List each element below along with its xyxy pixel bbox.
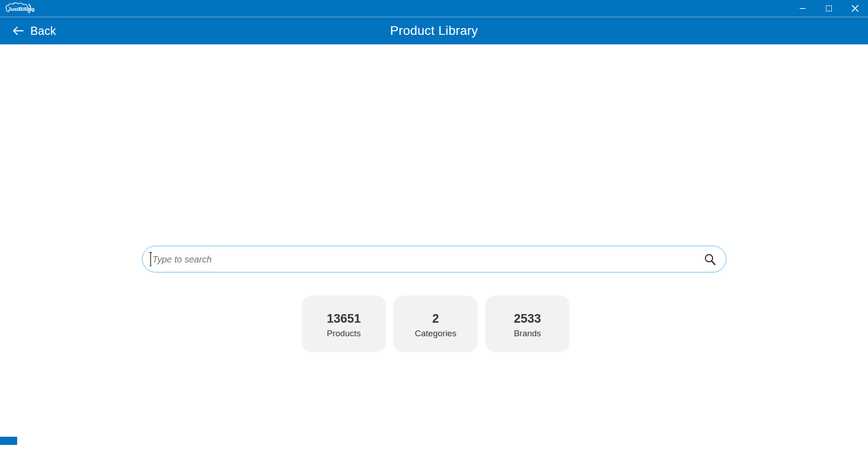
titlebar: JustBilling bbox=[0, 0, 868, 17]
justbilling-logo: JustBilling bbox=[4, 2, 38, 15]
text-caret bbox=[150, 252, 151, 266]
bottom-left-accent bbox=[0, 437, 17, 445]
search-icon[interactable] bbox=[704, 253, 716, 266]
close-icon bbox=[851, 5, 859, 12]
close-button[interactable] bbox=[842, 0, 868, 17]
back-label: Back bbox=[30, 24, 56, 38]
maximize-icon bbox=[826, 5, 832, 11]
stat-value: 13651 bbox=[327, 312, 360, 326]
stat-label: Products bbox=[327, 329, 361, 339]
search-input[interactable] bbox=[152, 246, 705, 272]
logo-text: JustBilling bbox=[8, 6, 35, 12]
stats-row: 13651 Products 2 Categories 2533 Brands bbox=[302, 296, 569, 352]
stat-label: Brands bbox=[514, 329, 541, 339]
maximize-button[interactable] bbox=[816, 0, 842, 17]
app-window: JustBilling Back bbox=[0, 0, 868, 458]
stat-value: 2 bbox=[432, 312, 439, 326]
page-header: Back Product Library bbox=[0, 17, 868, 44]
minimize-button[interactable] bbox=[789, 0, 816, 17]
back-arrow-icon bbox=[12, 25, 24, 36]
window-controls bbox=[789, 0, 868, 17]
stat-value: 2533 bbox=[514, 312, 541, 326]
cloud-logo-icon: JustBilling bbox=[4, 2, 38, 15]
minimize-icon bbox=[800, 8, 806, 9]
stat-label: Categories bbox=[415, 329, 456, 339]
stat-card-categories[interactable]: 2 Categories bbox=[394, 296, 478, 352]
stat-card-products[interactable]: 13651 Products bbox=[302, 296, 386, 352]
back-button[interactable]: Back bbox=[12, 17, 56, 44]
page-title: Product Library bbox=[0, 17, 868, 44]
search-box[interactable] bbox=[142, 246, 726, 272]
stat-card-brands[interactable]: 2533 Brands bbox=[485, 296, 569, 352]
